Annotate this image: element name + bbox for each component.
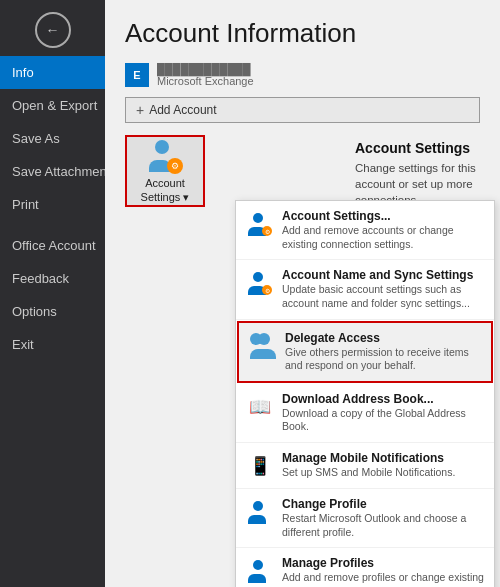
sidebar-item-office-account[interactable]: Office Account <box>0 229 105 262</box>
sidebar-item-open-export[interactable]: Open & Export <box>0 89 105 122</box>
dropdown-item-text: Manage Profiles Add and remove profiles … <box>282 556 484 587</box>
sidebar-item-options[interactable]: Options <box>0 295 105 328</box>
dropdown-item-change-profile[interactable]: Change Profile Restart Microsoft Outlook… <box>236 489 494 548</box>
sidebar-item-info[interactable]: Info <box>0 56 105 89</box>
dropdown-item-text: Account Name and Sync Settings Update ba… <box>282 268 484 310</box>
dropdown-item-text: Account Settings... Add and remove accou… <box>282 209 484 251</box>
dropdown-item-delegate-access[interactable]: Delegate Access Give others permission t… <box>237 321 493 383</box>
dropdown-item-text: Change Profile Restart Microsoft Outlook… <box>282 497 484 539</box>
dropdown-item-download-address-book[interactable]: 📖 Download Address Book... Download a co… <box>236 384 494 443</box>
sidebar-item-print[interactable]: Print <box>0 188 105 221</box>
sidebar-item-label: Office Account <box>12 238 96 253</box>
account-settings-icon-area: ⚙ <box>147 138 183 174</box>
manage-profiles-icon <box>246 557 274 585</box>
sidebar-item-label: Open & Export <box>12 98 97 113</box>
change-profile-icon <box>246 498 274 526</box>
sidebar-item-save-as[interactable]: Save As <box>0 122 105 155</box>
sidebar-item-label: Info <box>12 65 34 80</box>
account-settings-dropdown: ⚙ Account Settings... Add and remove acc… <box>235 200 495 587</box>
dropdown-item-manage-profiles[interactable]: Manage Profiles Add and remove profiles … <box>236 548 494 587</box>
page-title: Account Information <box>105 0 500 59</box>
back-icon: ← <box>46 22 60 38</box>
sidebar-item-exit[interactable]: Exit <box>0 328 105 361</box>
dropdown-item-account-name-sync[interactable]: ⚙ Account Name and Sync Settings Update … <box>236 260 494 319</box>
account-settings-button[interactable]: ⚙ AccountSettings ▾ <box>125 135 205 207</box>
account-settings-icon: ⚙ <box>246 210 274 238</box>
dropdown-item-mobile-notifications[interactable]: 📱 Manage Mobile Notifications Set up SMS… <box>236 443 494 489</box>
dropdown-item-text: Download Address Book... Download a copy… <box>282 392 484 434</box>
exchange-icon: E <box>125 63 149 87</box>
mobile-icon: 📱 <box>246 452 274 480</box>
sidebar-item-label: Print <box>12 197 39 212</box>
sidebar-item-label: Save Attachments <box>12 164 117 179</box>
add-account-button[interactable]: + Add Account <box>125 97 480 123</box>
account-info: ████████████ Microsoft Exchange <box>157 63 254 87</box>
dropdown-item-text: Manage Mobile Notifications Set up SMS a… <box>282 451 484 480</box>
dropdown-item-text: Delegate Access Give others permission t… <box>285 331 481 373</box>
sidebar-item-label: Exit <box>12 337 34 352</box>
sidebar-item-save-attachments[interactable]: Save Attachments <box>0 155 105 188</box>
main-content: Account Information E ████████████ Micro… <box>105 0 500 587</box>
sidebar-item-label: Options <box>12 304 57 319</box>
delegate-access-icon <box>249 332 277 360</box>
plus-icon: + <box>136 102 144 118</box>
account-email: ████████████ <box>157 63 254 75</box>
account-settings-header: Account Settings <box>355 140 490 156</box>
account-type: Microsoft Exchange <box>157 75 254 87</box>
sidebar: ← Info Open & Export Save As Save Attach… <box>0 0 105 587</box>
sidebar-item-feedback[interactable]: Feedback <box>0 262 105 295</box>
address-book-icon: 📖 <box>246 393 274 421</box>
dropdown-item-account-settings[interactable]: ⚙ Account Settings... Add and remove acc… <box>236 201 494 260</box>
account-bar: E ████████████ Microsoft Exchange <box>105 59 500 93</box>
account-name-sync-icon: ⚙ <box>246 269 274 297</box>
account-settings-label: AccountSettings ▾ <box>141 177 190 203</box>
sidebar-item-label: Save As <box>12 131 60 146</box>
back-button[interactable]: ← <box>35 12 71 48</box>
add-account-label: Add Account <box>149 103 216 117</box>
sidebar-item-label: Feedback <box>12 271 69 286</box>
